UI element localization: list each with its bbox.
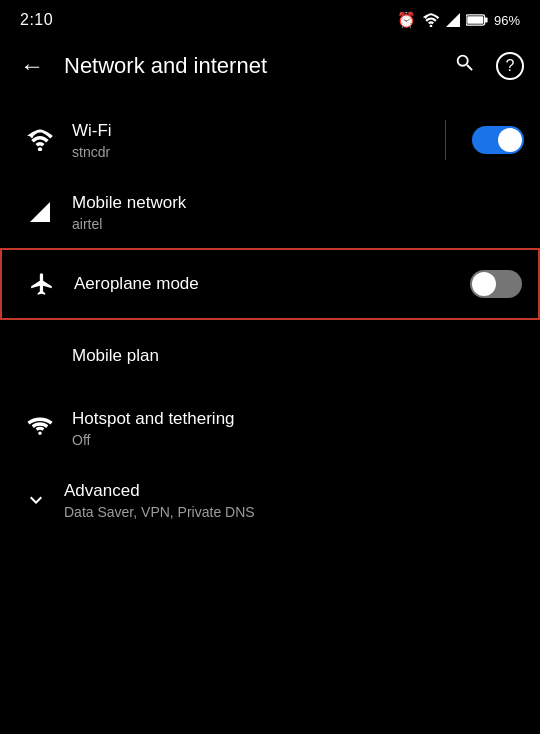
wifi-status-icon <box>422 13 440 27</box>
wifi-icon <box>16 129 64 151</box>
back-button[interactable]: ← <box>16 52 48 80</box>
mobile-network-subtitle: airtel <box>72 216 524 232</box>
aeroplane-icon <box>18 271 66 297</box>
header-actions: ? <box>454 52 524 80</box>
wifi-divider <box>445 120 446 160</box>
mobile-plan-title: Mobile plan <box>72 345 524 367</box>
wifi-item[interactable]: Wi-Fi stncdr <box>0 104 540 176</box>
mobile-plan-item[interactable]: Mobile plan <box>0 320 540 392</box>
hotspot-content: Hotspot and tethering Off <box>64 408 524 448</box>
hotspot-subtitle: Off <box>72 432 524 448</box>
help-button[interactable]: ? <box>496 52 524 80</box>
app-header: ← Network and internet ? <box>0 36 540 96</box>
mobile-network-item[interactable]: Mobile network airtel <box>0 176 540 248</box>
wifi-content: Wi-Fi stncdr <box>64 120 445 160</box>
aeroplane-mode-action <box>470 270 522 298</box>
mobile-network-title: Mobile network <box>72 192 524 214</box>
svg-rect-3 <box>485 17 488 22</box>
wifi-subtitle: stncdr <box>72 144 445 160</box>
advanced-item[interactable]: Advanced Data Saver, VPN, Private DNS <box>0 464 540 536</box>
advanced-title: Advanced <box>64 480 524 502</box>
aeroplane-mode-content: Aeroplane mode <box>66 273 470 295</box>
wifi-toggle[interactable] <box>472 126 524 154</box>
advanced-content: Advanced Data Saver, VPN, Private DNS <box>56 480 524 520</box>
svg-point-5 <box>38 147 42 151</box>
battery-icon <box>466 14 488 26</box>
page-title: Network and internet <box>64 53 454 79</box>
alarm-icon: ⏰ <box>397 11 416 29</box>
aeroplane-mode-title: Aeroplane mode <box>74 273 470 295</box>
wifi-toggle-thumb <box>498 128 522 152</box>
wifi-title: Wi-Fi <box>72 120 445 142</box>
aeroplane-mode-toggle-thumb <box>472 272 496 296</box>
svg-rect-4 <box>467 16 483 24</box>
aeroplane-mode-toggle[interactable] <box>470 270 522 298</box>
status-bar: 2:10 ⏰ 96% <box>0 0 540 36</box>
mobile-network-icon <box>16 200 64 224</box>
chevron-down-icon <box>16 488 56 512</box>
aeroplane-mode-item[interactable]: Aeroplane mode <box>0 248 540 320</box>
wifi-action <box>445 120 524 160</box>
hotspot-title: Hotspot and tethering <box>72 408 524 430</box>
hotspot-item[interactable]: Hotspot and tethering Off <box>0 392 540 464</box>
svg-marker-1 <box>446 13 460 27</box>
svg-point-0 <box>430 25 433 27</box>
settings-list: Wi-Fi stncdr Mobile network airtel <box>0 96 540 536</box>
advanced-subtitle: Data Saver, VPN, Private DNS <box>64 504 524 520</box>
signal-icon <box>446 13 460 27</box>
mobile-plan-content: Mobile plan <box>64 345 524 367</box>
mobile-network-content: Mobile network airtel <box>64 192 524 232</box>
battery-percentage: 96% <box>494 13 520 28</box>
search-button[interactable] <box>454 52 476 80</box>
status-icons: ⏰ 96% <box>397 11 520 29</box>
hotspot-icon <box>16 414 64 442</box>
status-time: 2:10 <box>20 11 53 29</box>
